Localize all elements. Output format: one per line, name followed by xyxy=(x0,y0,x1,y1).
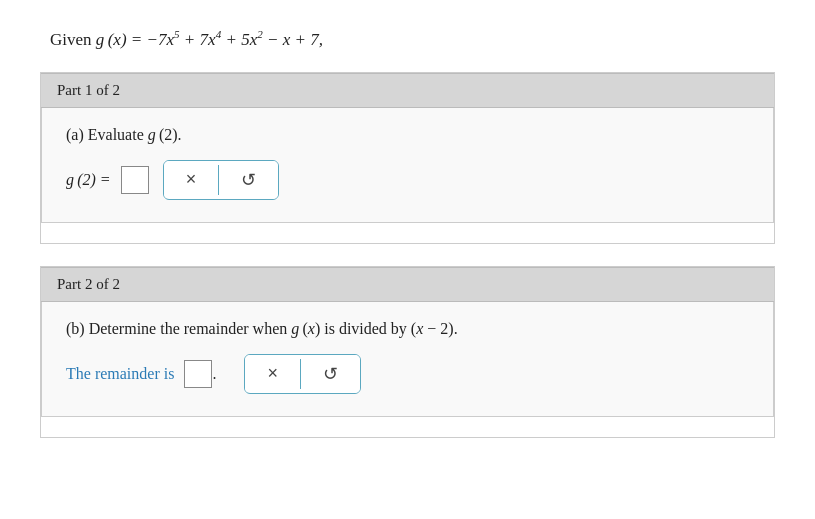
part1-question: (a) Evaluate g (2). xyxy=(66,126,749,144)
part1-header: Part 1 of 2 xyxy=(41,73,774,108)
part1-container: Part 1 of 2 (a) Evaluate g (2). g (2) = … xyxy=(40,72,775,244)
part2-question: (b) Determine the remainder when g (x) i… xyxy=(66,320,749,338)
part2-answer-label: The remainder is xyxy=(66,365,178,383)
part2-container: Part 2 of 2 (b) Determine the remainder … xyxy=(40,266,775,438)
part2-action-buttons: × ↺ xyxy=(244,354,361,394)
part2-undo-button[interactable]: ↺ xyxy=(301,355,360,393)
part2-answer-input[interactable] xyxy=(184,360,212,388)
part1-action-buttons: × ↺ xyxy=(163,160,280,200)
part1-body: (a) Evaluate g (2). g (2) = × ↺ xyxy=(41,108,774,223)
part1-clear-button[interactable]: × xyxy=(164,161,219,198)
part2-header: Part 2 of 2 xyxy=(41,267,774,302)
given-expression: g (x) = −7x5 + 7x4 + 5x2 − x + 7, xyxy=(96,30,323,49)
part2-dot: . xyxy=(212,365,216,383)
part2-clear-button[interactable]: × xyxy=(245,355,300,392)
part1-answer-label: g (2) = xyxy=(66,171,115,189)
part2-body: (b) Determine the remainder when g (x) i… xyxy=(41,302,774,417)
given-label: Given xyxy=(50,30,96,49)
part1-answer-input[interactable] xyxy=(121,166,149,194)
given-statement: Given g (x) = −7x5 + 7x4 + 5x2 − x + 7, xyxy=(40,28,775,50)
part1-undo-button[interactable]: ↺ xyxy=(219,161,278,199)
part2-answer-row: The remainder is . × ↺ xyxy=(66,354,749,394)
part1-answer-row: g (2) = × ↺ xyxy=(66,160,749,200)
